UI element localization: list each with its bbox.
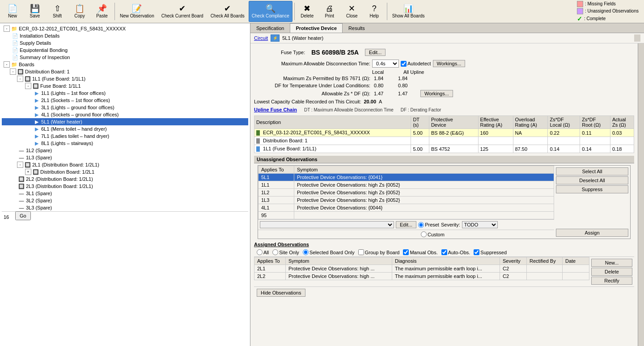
manual-obs-check[interactable] xyxy=(403,249,409,255)
filter-site-label[interactable]: Site Only xyxy=(272,249,299,255)
tree-toggle-root[interactable]: - xyxy=(4,26,10,32)
tab-protective-device[interactable]: Protective Device xyxy=(290,23,343,33)
suppressed-check[interactable] xyxy=(474,249,479,255)
toolbar-show-all-btn[interactable]: 📊 Show All Boards xyxy=(389,1,428,22)
obs-edit-btn[interactable]: Edit... xyxy=(396,221,416,228)
assign-button[interactable]: Assign xyxy=(556,229,628,237)
tree-dist-1-2l1[interactable]: + 🔲 Distribution Board: 1/2L1 xyxy=(2,168,248,175)
tab-specification[interactable]: Specification xyxy=(250,23,290,33)
toolbar-copy-btn[interactable]: 📋 Copy xyxy=(69,1,90,22)
toolbar-check-current-btn[interactable]: ✔ Check Current Board xyxy=(158,1,207,22)
upline-title[interactable]: Upline Fuse Chain xyxy=(254,107,297,112)
auto-obs-check[interactable] xyxy=(441,249,447,255)
tree-toggle-dist12l1[interactable]: + xyxy=(25,169,31,175)
severity-select[interactable]: TODO xyxy=(462,221,498,228)
tree-3l3-spare[interactable]: — 3L3 (Spare) xyxy=(2,204,248,211)
filter-board-radio[interactable] xyxy=(303,249,309,255)
tree-7l1[interactable]: ▶ 7L1 (Ladies toilet – hand dryer) xyxy=(2,132,248,140)
table-row[interactable]: 1L1 (Fuse Board: 1/1L1) 5.00 BS 4752 125… xyxy=(254,145,634,153)
tree-toggle-2l1dist[interactable]: - xyxy=(17,162,23,168)
tree-2l3-dist[interactable]: 🔲 2L3 (Distribution Board: 1/2L1) xyxy=(2,183,248,190)
filter-site-radio[interactable] xyxy=(272,249,278,255)
toolbar-close-btn[interactable]: ✕ Close xyxy=(341,1,363,22)
filter-board-label[interactable]: Selected Board Only xyxy=(303,249,355,255)
suppressed-label[interactable]: Suppressed xyxy=(474,249,507,255)
tree-1l3-spare[interactable]: — 1L3 (Spare) xyxy=(2,154,248,161)
tree-dist1[interactable]: - 🔲 Distribution Board: 1 xyxy=(2,68,248,75)
fuse-edit-button[interactable]: Edit... xyxy=(365,49,386,56)
table-row[interactable]: Distribution Board: 1 xyxy=(254,137,634,145)
circuit-link[interactable]: Circuit xyxy=(254,35,268,41)
tree-2l1-sockets[interactable]: ▶ 2L1 (Sockets – 1st floor offices) xyxy=(2,97,248,104)
hide-observations-button[interactable]: Hide Observations xyxy=(257,289,305,297)
rectify-button[interactable]: Rectify xyxy=(591,277,632,285)
tree-3l2-spare[interactable]: — 3L2 (Spare) xyxy=(2,197,248,204)
custom-radio-label[interactable]: Custom xyxy=(421,231,445,237)
toolbar-check-compliance-btn[interactable]: 🔍 Check Compliance xyxy=(249,1,292,22)
assigned-row[interactable]: 2L2 Protective Device Observations: high… xyxy=(254,273,589,280)
tree-1l1-lights[interactable]: ▶ 1L1 (Lights – 1st floor offices) xyxy=(2,90,248,97)
tree-summary[interactable]: 📄 Summary of Inspection xyxy=(2,54,248,61)
tree-1l2-spare[interactable]: — 1L2 (Spare) xyxy=(2,147,248,154)
autodetect-checkbox[interactable] xyxy=(401,61,407,67)
toolbar-delete-btn[interactable]: ✖ Delete xyxy=(297,1,318,22)
unassigned-row[interactable]: 5L1 Protective Device Observations: {004… xyxy=(258,174,554,181)
unassigned-row[interactable]: 95 xyxy=(258,212,554,219)
tree-3l1-lights[interactable]: ▶ 3L1 (Lights – ground floor offices) xyxy=(2,104,248,111)
select-all-button[interactable]: Select All xyxy=(556,167,628,175)
vertical-scrollbar[interactable] xyxy=(638,43,644,346)
preset-radio-label[interactable]: Preset xyxy=(418,222,439,228)
tree-4l1-sockets[interactable]: ▶ 4L1 (Sockets – ground floor offices) xyxy=(2,111,248,118)
preset-radio[interactable] xyxy=(418,222,424,228)
group-by-board-check[interactable] xyxy=(358,249,364,255)
tree-supply[interactable]: 📄 Supply Details xyxy=(2,39,248,47)
tree-2l2-dist[interactable]: 🔲 2L2 (Distribution Board: 1/2L1) xyxy=(2,175,248,183)
go-button[interactable]: Go xyxy=(15,211,31,220)
toolbar-save-btn[interactable]: 💾 Save xyxy=(24,1,46,22)
tree-toggle-boards[interactable]: - xyxy=(4,61,10,68)
max-disconnection-select[interactable]: 0.4s xyxy=(372,60,399,68)
toolbar-check-all-btn[interactable]: ✔ Check All Boards xyxy=(208,1,248,22)
workings-button-1[interactable]: Workings... xyxy=(433,60,466,67)
tree-toggle-fuse[interactable]: - xyxy=(25,83,31,89)
tree-6l1[interactable]: ▶ 6L1 (Mens toilet – hand dryer) xyxy=(2,125,248,132)
tree-installation[interactable]: 📄 Installation Details xyxy=(2,32,248,39)
workings-button-2[interactable]: Workings... xyxy=(420,90,453,97)
tree-1l1-fuse[interactable]: - 🔲 1L1 (Fuse Board: 1/1L1) xyxy=(2,75,248,82)
tree-2l1-dist[interactable]: - 🔲 2L1 (Distribution Board: 1/2L1) xyxy=(2,161,248,168)
unassigned-row[interactable]: 4L1 Protective Device Observations: {004… xyxy=(258,204,554,212)
tree-root[interactable]: - 📁 ECR_03-12-2012_ETC001_FS_58431_XXXXX… xyxy=(2,25,248,32)
toolbar-print-btn[interactable]: 🖨 Print xyxy=(319,1,340,22)
tree-toggle-dist1[interactable]: - xyxy=(10,68,16,75)
toolbar-shift-btn[interactable]: ⇧ Shift xyxy=(47,1,68,22)
filter-all-radio[interactable] xyxy=(257,249,263,255)
toolbar-help-btn[interactable]: ? Help xyxy=(364,1,385,22)
tree-toggle-1l1[interactable]: - xyxy=(17,76,23,82)
manual-obs-label[interactable]: Manual Obs. xyxy=(403,249,437,255)
obs-preset-select[interactable] xyxy=(260,221,394,228)
suppress-button[interactable]: Suppress xyxy=(556,185,628,193)
tree-5l1-water[interactable]: ▶ 5L1 (Water heater) xyxy=(2,118,248,125)
tree-boards[interactable]: - 📁 Boards xyxy=(2,61,248,68)
toolbar-paste-btn[interactable]: 📌 Paste xyxy=(91,1,113,22)
tab-results[interactable]: Results xyxy=(343,23,371,33)
toolbar-new-obs-btn[interactable]: 📝 New Observation xyxy=(117,1,157,22)
tree-fuse-board[interactable]: - 🔲 Fuse Board: 1/1L1 xyxy=(2,82,248,90)
filter-all-label[interactable]: All xyxy=(257,249,269,255)
autodetect-label[interactable]: Autodetect xyxy=(401,61,431,67)
tree-8l1[interactable]: ▶ 8L1 (Lights – stairways) xyxy=(2,140,248,147)
unassigned-row[interactable]: 1L2 Protective Device Observations: high… xyxy=(258,189,554,196)
custom-radio[interactable] xyxy=(421,231,427,237)
unassigned-row[interactable]: 1L1 Protective Device Observations: high… xyxy=(258,181,554,189)
tree-equipotential[interactable]: 📄 Equipotential Bonding xyxy=(2,47,248,54)
new-button[interactable]: New... xyxy=(591,259,632,267)
table-row[interactable]: ECR_03-12-2012_ETC001_FS_58431_XXXXXX 5.… xyxy=(254,129,634,137)
delete-button[interactable]: Delete xyxy=(591,268,632,276)
auto-obs-label[interactable]: Auto-Obs. xyxy=(441,249,470,255)
deselect-all-button[interactable]: Deselect All xyxy=(556,176,628,184)
assigned-row[interactable]: 2L1 Protective Device Observations: high… xyxy=(254,265,589,273)
toolbar-new-btn[interactable]: 📄 New xyxy=(2,1,23,22)
tree-3l1-spare[interactable]: — 3L1 (Spare) xyxy=(2,190,248,197)
group-by-board-label[interactable]: Group by Board xyxy=(358,249,400,255)
unassigned-row[interactable]: 1L3 Protective Device Observations: high… xyxy=(258,196,554,204)
